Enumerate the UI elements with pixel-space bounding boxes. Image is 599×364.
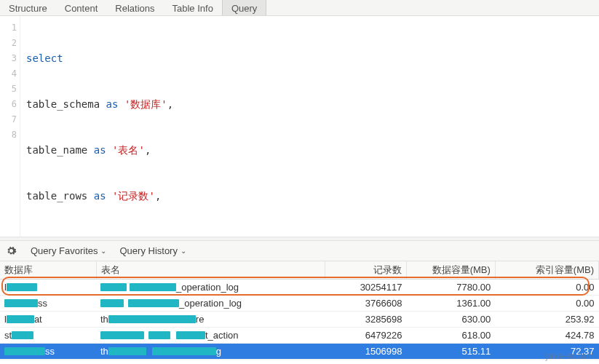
results-toolbar: Query Favorites ⌄ Query History ⌄ (0, 241, 599, 261)
col-header-db[interactable]: 数据库 (0, 261, 96, 280)
table-row[interactable]: st t_action 6479226 618.00 424.78 (0, 328, 599, 344)
query-editor[interactable]: 1 2 3 4 5 6 7 8 select table_schema as '… (0, 16, 599, 237)
tab-query[interactable]: Query (222, 0, 266, 15)
table-row[interactable]: ss thg 1506998 515.11 72.37 (0, 344, 599, 360)
tabbar: Structure Content Relations Table Info Q… (0, 0, 599, 16)
table-header-row: 数据库 表名 记录数 数据容量(MB) 索引容量(MB) (0, 261, 599, 280)
chevron-down-icon: ⌄ (181, 247, 186, 255)
editor-code[interactable]: select table_schema as '数据库', table_name… (20, 16, 599, 237)
results-table[interactable]: 数据库 表名 记录数 数据容量(MB) 索引容量(MB) l _operatio… (0, 261, 599, 360)
col-header-rows[interactable]: 记录数 (325, 261, 407, 280)
chevron-down-icon: ⌄ (100, 247, 106, 255)
table-row[interactable]: ss _operation_log 3766608 1361.00 0.00 (0, 296, 599, 312)
results-pane: 数据库 表名 记录数 数据容量(MB) 索引容量(MB) l _operatio… (0, 261, 599, 364)
col-header-index-mb[interactable]: 索引容量(MB) (495, 261, 598, 280)
table-row[interactable]: l _operation_log 30254117 7780.00 0.00 (0, 280, 599, 296)
tab-relations[interactable]: Relations (106, 0, 163, 15)
tab-tableinfo[interactable]: Table Info (164, 0, 222, 15)
editor-gutter: 1 2 3 4 5 6 7 8 (0, 16, 20, 237)
query-history-dropdown[interactable]: Query History ⌄ (119, 245, 186, 256)
col-header-table[interactable]: 表名 (96, 261, 325, 280)
query-favorites-dropdown[interactable]: Query Favorites ⌄ (31, 245, 106, 256)
gear-icon[interactable] (4, 245, 17, 258)
table-row[interactable]: lat thre 3285698 630.00 253.92 (0, 312, 599, 328)
tab-content[interactable]: Content (56, 0, 107, 15)
col-header-data-mb[interactable]: 数据容量(MB) (406, 261, 495, 280)
tab-structure[interactable]: Structure (0, 0, 56, 15)
